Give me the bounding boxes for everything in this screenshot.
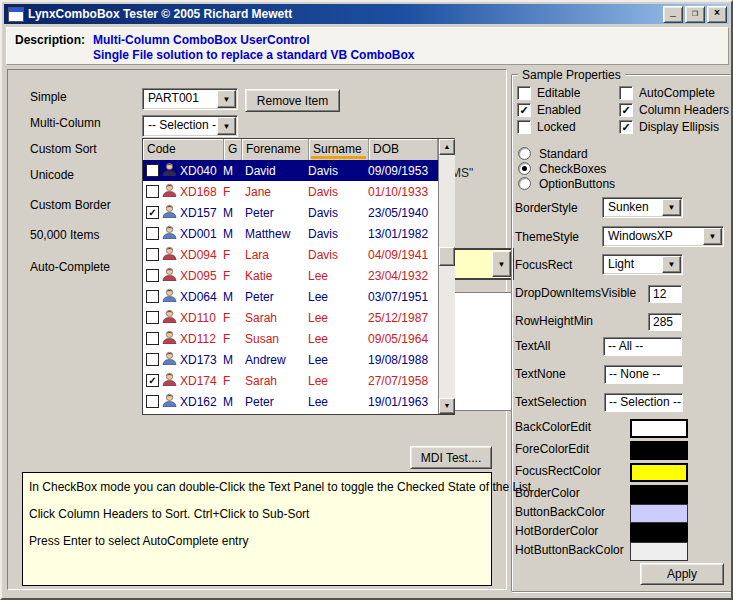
- property-label: TextNone: [515, 367, 566, 381]
- cell-dob: 03/07/1951: [368, 290, 438, 304]
- property-label: TextSelection: [515, 395, 586, 409]
- checkbox-unchecked-icon[interactable]: [146, 353, 159, 366]
- property-input-rowheightmin[interactable]: 285: [648, 313, 682, 331]
- cell-code: XD174: [180, 374, 217, 388]
- simple-combobox[interactable]: PART001 ▼: [142, 88, 238, 110]
- person-female-icon: [159, 330, 180, 347]
- color-swatch-buttonbackcolor[interactable]: [630, 504, 688, 523]
- list-row-XD173[interactable]: XD173MAndrewLee19/08/1988: [143, 349, 438, 370]
- list-row-XD162[interactable]: XD162MPeterLee19/01/1963: [143, 391, 438, 412]
- scroll-down-icon[interactable]: ▼: [439, 398, 455, 414]
- checkbox-unchecked-icon[interactable]: [146, 248, 159, 261]
- column-header-code[interactable]: Code: [143, 139, 224, 160]
- cell-surname: Davis: [308, 227, 368, 241]
- cell-code: XD112: [180, 332, 216, 346]
- checkbox-checked-icon[interactable]: ✓: [619, 103, 633, 117]
- color-swatch-bordercolor[interactable]: [630, 485, 688, 504]
- list-row-XD001[interactable]: XD001MMatthewDavis13/01/1982: [143, 223, 438, 244]
- list-row-XD168[interactable]: XD168FJaneDavis01/10/1933: [143, 181, 438, 202]
- demo-row-label: Custom Border: [30, 198, 111, 212]
- checkbox-checked-icon[interactable]: ✓: [146, 374, 159, 387]
- checkbox-unchecked-icon[interactable]: [146, 395, 159, 408]
- checkbox-checked-icon[interactable]: ✓: [517, 103, 531, 117]
- cell-gender: F: [223, 332, 241, 346]
- property-input-dropdownitemsvisible[interactable]: 12: [648, 285, 682, 303]
- person-male-icon: [159, 288, 180, 305]
- property-combobox-borderstyle[interactable]: Sunken▼: [602, 197, 683, 218]
- checkbox-unchecked-icon[interactable]: [517, 120, 531, 134]
- apply-button[interactable]: Apply: [640, 563, 724, 585]
- list-row-XD157[interactable]: ✓XD157MPeterDavis23/05/1940: [143, 202, 438, 223]
- checkbox-checked-icon[interactable]: ✓: [619, 120, 633, 134]
- title-bar[interactable]: LynxComboBox Tester © 2005 Richard Mewet…: [4, 4, 729, 24]
- cell-code: XD173: [180, 353, 217, 367]
- checkbox-unchecked-icon[interactable]: [619, 86, 633, 100]
- radio-unselected-icon[interactable]: [518, 147, 531, 160]
- list-row-XD095[interactable]: XD095FKatieLee23/04/1932: [143, 265, 438, 286]
- checkbox-unchecked-icon[interactable]: [517, 86, 531, 100]
- list-row-XD174[interactable]: ✓XD174FSarahLee27/07/1958: [143, 370, 438, 391]
- checkbox-checked-icon[interactable]: ✓: [146, 206, 159, 219]
- cell-surname: Lee: [308, 395, 368, 409]
- color-swatch-forecoloredit[interactable]: [630, 441, 688, 460]
- description-panel: Description: Multi-Column ComboBox UserC…: [6, 27, 729, 65]
- demo-row-label: Multi-Column: [30, 116, 101, 130]
- list-row-XD040[interactable]: XD040MDavidDavis09/09/1953: [143, 160, 438, 181]
- multi-column-combobox[interactable]: -- Selection -- ▼: [142, 115, 238, 137]
- column-header-g[interactable]: G: [224, 139, 242, 160]
- cell-forename: Peter: [241, 395, 308, 409]
- property-input-textall[interactable]: -- All --: [603, 337, 682, 356]
- cell-dob: 01/10/1933: [368, 185, 438, 199]
- list-row-XD064[interactable]: XD064MPeterLee03/07/1951: [143, 286, 438, 307]
- info-panel[interactable]: In CheckBox mode you can double-Click th…: [22, 472, 492, 586]
- remove-item-button[interactable]: Remove Item: [245, 89, 340, 112]
- demo-row-label: Auto-Complete: [30, 260, 110, 274]
- combobox-value: Light: [603, 255, 661, 274]
- checkbox-unchecked-icon[interactable]: [146, 269, 159, 282]
- chevron-down-icon[interactable]: ▼: [217, 90, 236, 108]
- list-row-XD110[interactable]: XD110FSarahLee25/12/1987: [143, 307, 438, 328]
- checkbox-label: Enabled: [537, 103, 581, 117]
- checkbox-unchecked-icon[interactable]: [146, 164, 159, 177]
- description-label: Description:: [15, 33, 85, 47]
- background-textbox-fragment[interactable]: [450, 292, 513, 411]
- minimize-button[interactable]: _: [663, 6, 683, 23]
- demo-row-label: Simple: [30, 90, 67, 104]
- sample-properties-title: Sample Properties: [518, 68, 625, 82]
- chevron-down-icon[interactable]: ▼: [662, 256, 681, 273]
- maximize-button[interactable]: ❐: [685, 6, 705, 23]
- chevron-down-icon[interactable]: ▼: [703, 228, 722, 245]
- scroll-up-icon[interactable]: ▲: [439, 139, 455, 155]
- scrollbar-thumb[interactable]: [439, 247, 455, 266]
- mdi-test-button[interactable]: MDI Test....: [410, 446, 492, 469]
- list-scrollbar[interactable]: ▲ ▼: [438, 139, 455, 414]
- color-swatch-focusrectcolor[interactable]: [630, 463, 688, 482]
- person-male-icon: [159, 351, 180, 368]
- cell-dob: 04/09/1941: [368, 248, 438, 262]
- checkbox-unchecked-icon[interactable]: [146, 227, 159, 240]
- checkbox-unchecked-icon[interactable]: [146, 185, 159, 198]
- list-row-XD112[interactable]: XD112FSusanLee09/05/1964: [143, 328, 438, 349]
- color-swatch-backcoloredit[interactable]: [630, 419, 688, 438]
- list-row-XD094[interactable]: XD094FLaraDavis04/09/1941: [143, 244, 438, 265]
- checkbox-unchecked-icon[interactable]: [146, 311, 159, 324]
- autocomplete-combobox-fragment[interactable]: ▼: [450, 248, 514, 280]
- column-header-surname[interactable]: Surname▲: [309, 139, 369, 160]
- color-swatch-hotbuttonbackcolor[interactable]: [630, 542, 688, 561]
- property-input-textselection[interactable]: -- Selection --: [604, 393, 683, 412]
- column-header-dob[interactable]: DOB: [369, 139, 438, 160]
- property-input-textnone[interactable]: -- None --: [604, 365, 683, 384]
- property-combobox-themestyle[interactable]: WindowsXP▼: [602, 226, 724, 247]
- radio-selected-icon[interactable]: [518, 162, 531, 175]
- checkbox-unchecked-icon[interactable]: [146, 290, 159, 303]
- chevron-down-icon[interactable]: ▼: [217, 117, 236, 135]
- close-button[interactable]: ×: [707, 6, 727, 23]
- chevron-down-icon[interactable]: ▼: [662, 199, 681, 216]
- color-swatch-hotbordercolor[interactable]: [630, 523, 688, 542]
- chevron-down-icon[interactable]: ▼: [492, 251, 511, 277]
- column-header-forename[interactable]: Forename: [242, 139, 309, 160]
- checkbox-unchecked-icon[interactable]: [146, 332, 159, 345]
- cell-gender: M: [223, 395, 241, 409]
- radio-unselected-icon[interactable]: [518, 177, 531, 190]
- property-combobox-focusrect[interactable]: Light▼: [602, 254, 683, 275]
